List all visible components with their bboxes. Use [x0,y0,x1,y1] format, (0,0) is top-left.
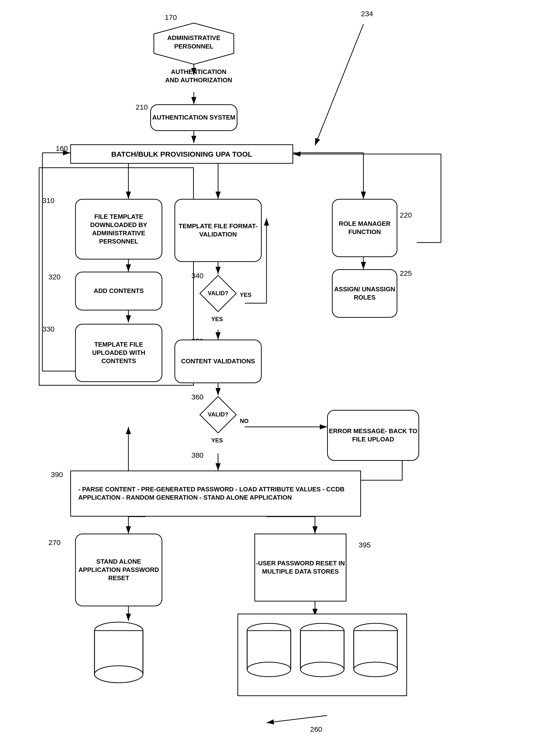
ref-210: 210 [136,103,148,111]
valid2-yes-label: YES [211,437,223,444]
svg-line-4 [315,24,364,146]
svg-point-60 [354,662,397,677]
content-validations-node: CONTENT VALIDATIONS [174,339,262,383]
ref-270: 270 [48,538,61,547]
valid2-no-label: NO [240,417,249,425]
add-contents-node: ADD CONTENTS [75,272,162,310]
ref-160: 160 [56,144,68,152]
ref-170: 170 [165,14,177,22]
auth-system-node: AUTHENTICATION SYSTEM [150,104,238,131]
ref-310: 310 [42,197,55,205]
valid1-yes-label: YES [211,315,223,323]
assign-unassign-node: ASSIGN/ UNASSIGN ROLES [332,269,397,318]
user-password-reset-node: -USER PASSWORD RESET IN MULTIPLE DATA ST… [254,534,346,602]
process-box-node: - PARSE CONTENT - PRE-GENERATED PASSWORD… [70,471,361,517]
data-stores-box [238,614,407,696]
valid1-diamond: VALID? [199,274,238,313]
svg-text:PERSONNEL: PERSONNEL [174,43,214,50]
template-format-validation-node: TEMPLATE FILE FORMAT- VALIDATION [174,199,262,262]
auth-label: AUTHENTICATION AND AUTHORIZATION [165,68,233,84]
file-template-node: FILE TEMPLATE DOWNLOADED BY ADMINISTRATI… [75,199,162,259]
role-manager-node: ROLE MANAGER FUNCTION [332,199,397,257]
ref-390: 390 [51,471,63,479]
stand-alone-reset-node: STAND ALONE APPLICATION PASSWORD RESET [75,534,162,607]
valid1-no-label: YES [240,291,251,299]
svg-text:ADMINISTRATIVE: ADMINISTRATIVE [167,34,220,41]
svg-point-45 [94,666,143,683]
bulk-tool-node: BATCH/BULK PROVISIONING UPA TOOL [70,144,293,164]
flowchart-diagram: 170 ADMINISTRATIVE PERSONNEL AUTHENTICAT… [0,0,534,756]
svg-point-50 [247,662,291,677]
svg-text:VALID?: VALID? [208,411,228,418]
standalone-db [92,621,145,685]
svg-line-35 [267,716,327,723]
ref-234: 234 [361,10,373,18]
process-box-text: - PARSE CONTENT - PRE-GENERATED PASSWORD… [78,485,353,502]
svg-text:VALID?: VALID? [208,290,228,296]
svg-point-55 [300,662,344,677]
template-uploaded-node: TEMPLATE FILE UPLOADED WITH CONTENTS [75,324,162,382]
valid2-diamond: VALID? [199,395,238,434]
ref-395: 395 [359,541,371,549]
ref-320: 320 [48,273,61,281]
error-message-node: ERROR MESSAGE- BACK TO FILE UPLOAD [327,410,419,461]
ref-330: 330 [42,325,55,333]
ref-225: 225 [400,269,412,278]
ref-220: 220 [400,211,412,219]
admin-personnel-node: ADMINISTRATIVE PERSONNEL [153,22,235,66]
ref-380: 380 [191,451,204,459]
ref-260: 260 [310,725,322,733]
